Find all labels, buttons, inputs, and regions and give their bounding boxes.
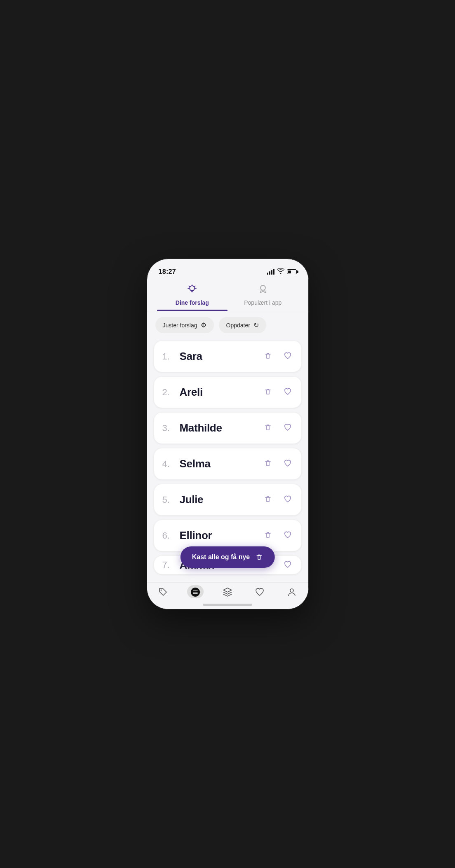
layers-icon [222,587,233,597]
status-time: 18:27 [159,268,176,275]
name-text-6: Ellinor [180,529,263,542]
name-actions-3 [263,422,293,434]
juster-forslag-button[interactable]: Juster forslag ⚙ [155,317,214,333]
name-card-2: 2. Areli [154,376,302,408]
tags-icon [158,587,169,597]
tab-dine-forslag[interactable]: Dine forslag [157,284,228,311]
name-list: 1. Sara 2. Areli [147,341,308,574]
name-number-1: 1. [162,351,180,362]
heart-icon [254,587,265,597]
phone-frame: 18:27 [147,259,309,609]
home-indicator [203,604,252,606]
name-number-6: 6. [162,530,180,541]
name-actions-2 [263,386,293,398]
name-number-7: 7. [162,560,180,570]
svg-point-0 [190,286,195,291]
name-card-1: 1. Sara [154,341,302,372]
like-button-1[interactable] [282,350,293,362]
name-number-5: 5. [162,495,180,505]
status-bar: 18:27 [147,259,308,279]
name-actions-6 [263,530,293,541]
filter-row: Juster forslag ⚙ Oppdater ↻ [147,317,308,333]
like-button-2[interactable] [282,386,293,398]
nav-tags[interactable] [147,587,179,597]
delete-button-5[interactable] [263,494,273,506]
cta-toast[interactable]: Kast alle og få nye [181,546,275,568]
ribbon-icon [258,284,268,297]
signal-icon [267,269,274,275]
profile-icon [286,587,297,597]
name-card-5: 5. Julie [154,484,302,516]
like-button-7[interactable] [282,559,293,571]
delete-button-1[interactable] [263,350,273,362]
battery-icon [287,269,297,274]
name-card-4: 4. Selma [154,448,302,480]
status-icons [267,268,297,275]
tab-dine-forslag-label: Dine forslag [176,299,209,306]
cta-trash-icon [255,553,263,561]
name-text-1: Sara [180,350,263,363]
name-text-4: Selma [180,457,263,470]
nav-list[interactable] [179,587,211,597]
lightbulb-icon [187,284,197,297]
svg-point-4 [290,589,293,592]
like-button-4[interactable] [282,458,293,470]
name-actions-5 [263,494,293,506]
nav-heart[interactable] [244,587,276,597]
juster-forslag-label: Juster forslag [163,322,197,329]
nav-profile[interactable] [276,587,308,597]
like-button-6[interactable] [282,530,293,541]
delete-button-6[interactable] [263,530,273,541]
like-button-5[interactable] [282,494,293,506]
name-number-4: 4. [162,459,180,469]
oppdater-button[interactable]: Oppdater ↻ [219,317,266,333]
filter-icon: ⚙ [201,321,206,329]
refresh-icon: ↻ [253,321,259,329]
svg-point-2 [160,590,162,591]
cta-label: Kast alle og få nye [192,553,250,561]
nav-layers[interactable] [211,587,244,597]
delete-button-4[interactable] [263,458,273,470]
name-text-3: Mathilde [180,422,263,434]
like-button-3[interactable] [282,422,293,434]
name-number-2: 2. [162,387,180,398]
name-actions-1 [263,350,293,362]
delete-button-2[interactable] [263,386,273,398]
tab-populaert[interactable]: Populært i app [228,284,298,311]
tab-bar: Dine forslag Populært i app [147,279,308,311]
name-text-5: Julie [180,493,263,506]
list-icon [190,587,201,597]
tab-populaert-label: Populært i app [244,299,281,306]
name-number-3: 3. [162,423,180,434]
name-card-3: 3. Mathilde [154,412,302,444]
wifi-icon [277,268,284,275]
tab-divider [147,311,308,311]
name-text-2: Areli [180,386,263,399]
delete-button-3[interactable] [263,422,273,434]
name-actions-4 [263,458,293,470]
oppdater-label: Oppdater [226,322,250,329]
